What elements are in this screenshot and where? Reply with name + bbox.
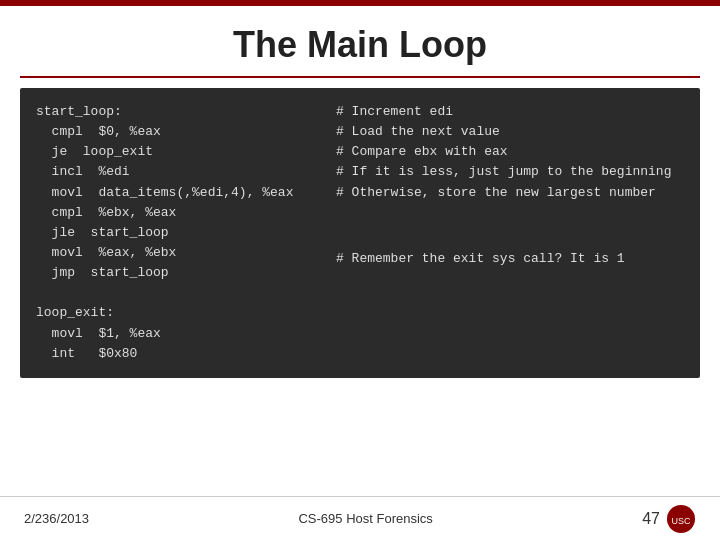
code-content: start_loop: cmpl $0, %eax je loop_exit i…	[36, 102, 684, 364]
title-divider	[20, 76, 700, 78]
code-comment-bottom: # Remember the exit sys call? It is 1	[336, 249, 684, 269]
page-number: 47	[642, 510, 660, 528]
footer-date: 2/236/2013	[24, 511, 89, 526]
code-left-text: start_loop: cmpl $0, %eax je loop_exit i…	[36, 102, 316, 364]
footer-page: 47 USC	[642, 504, 696, 534]
code-left: start_loop: cmpl $0, %eax je loop_exit i…	[36, 102, 316, 364]
footer-logo: USC	[666, 504, 696, 534]
slide-title: The Main Loop	[0, 24, 720, 66]
code-block: start_loop: cmpl $0, %eax je loop_exit i…	[20, 88, 700, 378]
slide: The Main Loop start_loop: cmpl $0, %eax …	[0, 0, 720, 540]
code-comment-top: # Increment edi # Load the next value # …	[336, 102, 684, 203]
svg-text:USC: USC	[671, 516, 691, 526]
footer-course: CS-695 Host Forensics	[298, 511, 432, 526]
title-area: The Main Loop	[0, 6, 720, 76]
footer: 2/236/2013 CS-695 Host Forensics 47 USC	[0, 496, 720, 540]
code-right: # Increment edi # Load the next value # …	[316, 102, 684, 364]
